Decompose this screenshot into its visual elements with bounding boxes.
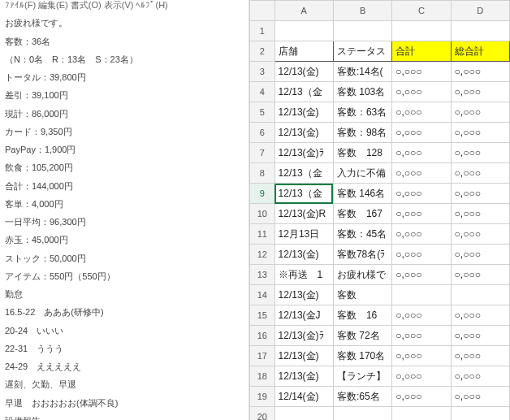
cell-D[interactable]: ○,○○○ xyxy=(451,387,509,407)
cell-A[interactable]: 12/14(金) xyxy=(274,387,333,407)
cell-C[interactable]: ○,○○○ xyxy=(392,163,451,184)
row-header[interactable]: 18 xyxy=(250,366,275,387)
cell-A[interactable]: ※再送 1 xyxy=(274,265,333,285)
row-header[interactable]: 20 xyxy=(250,407,275,421)
cell-D[interactable]: ○,○○○ xyxy=(451,62,509,82)
cell-D[interactable]: 総合計 xyxy=(451,41,509,62)
cell-B[interactable]: 客数:14名( xyxy=(333,62,391,82)
cell-B[interactable]: 客数 16 xyxy=(333,305,391,326)
row-header[interactable]: 9 xyxy=(250,184,275,204)
cell-A[interactable]: 12/13(金J xyxy=(274,305,333,326)
cell-A[interactable]: 12/13(金)ﾗ xyxy=(274,326,333,346)
cell-B[interactable]: 客数 72名 xyxy=(333,326,391,346)
cell-B[interactable]: 客数 146名 xyxy=(333,184,391,204)
row-header[interactable]: 6 xyxy=(250,123,275,143)
row-header[interactable]: 19 xyxy=(250,387,275,407)
cell-B[interactable]: 客数 xyxy=(333,285,391,305)
cell-C[interactable]: ○,○○○ xyxy=(392,245,451,265)
cell-B[interactable] xyxy=(333,407,391,421)
cell-C[interactable]: ○,○○○ xyxy=(392,143,451,163)
spreadsheet-grid[interactable]: A B C D 12店舗ステータス合計総合計312/13(金)客数:14名(○,… xyxy=(249,0,510,420)
cell-B[interactable]: 客数：63名 xyxy=(333,102,391,123)
col-header-A[interactable]: A xyxy=(274,1,333,21)
cell-D[interactable]: ○,○○○ xyxy=(451,326,509,346)
cell-D[interactable] xyxy=(451,21,509,41)
cell-D[interactable]: ○,○○○ xyxy=(451,245,509,265)
cell-C[interactable]: ○,○○○ xyxy=(392,62,451,82)
cell-D[interactable]: ○,○○○ xyxy=(451,265,509,285)
cell-B[interactable]: 入力に不備 xyxy=(333,163,391,184)
row-header[interactable]: 5 xyxy=(250,102,275,123)
cell-C[interactable]: ○,○○○ xyxy=(392,305,451,326)
cell-C[interactable] xyxy=(392,285,451,305)
cell-B[interactable]: 客数 167 xyxy=(333,204,391,224)
row-header[interactable]: 15 xyxy=(250,305,275,326)
cell-C[interactable]: ○,○○○ xyxy=(392,326,451,346)
cell-B[interactable]: 客数：98名 xyxy=(333,123,391,143)
cell-A[interactable]: 12/13（金 xyxy=(274,82,333,102)
col-header-B[interactable]: B xyxy=(333,1,391,21)
cell-A[interactable]: 店舗 xyxy=(274,41,333,62)
row-header[interactable]: 14 xyxy=(250,285,275,305)
cell-A[interactable]: 12/13(金) xyxy=(274,62,333,82)
cell-B[interactable]: 客数:65名 xyxy=(333,387,391,407)
row-header[interactable]: 17 xyxy=(250,346,275,366)
col-header-D[interactable]: D xyxy=(451,1,509,21)
cell-A[interactable]: 12/13(金) xyxy=(274,285,333,305)
cell-C[interactable] xyxy=(392,407,451,421)
cell-C[interactable]: ○,○○○ xyxy=(392,204,451,224)
cell-C[interactable]: ○,○○○ xyxy=(392,102,451,123)
cell-C[interactable]: ○,○○○ xyxy=(392,123,451,143)
cell-D[interactable]: ○,○○○ xyxy=(451,366,509,387)
row-header[interactable]: 11 xyxy=(250,224,275,245)
cell-C[interactable]: ○,○○○ xyxy=(392,387,451,407)
cell-D[interactable] xyxy=(451,407,509,421)
cell-A[interactable]: 12/13（金 xyxy=(274,184,333,204)
cell-D[interactable]: ○,○○○ xyxy=(451,123,509,143)
row-header[interactable]: 10 xyxy=(250,204,275,224)
cell-A[interactable] xyxy=(274,21,333,41)
cell-A[interactable]: 12/13(金) xyxy=(274,366,333,387)
cell-D[interactable]: ○,○○○ xyxy=(451,143,509,163)
cell-C[interactable]: 合計 xyxy=(392,41,451,62)
col-header-C[interactable]: C xyxy=(392,1,451,21)
cell-A[interactable]: 12/13（金 xyxy=(274,163,333,184)
select-all-corner[interactable] xyxy=(250,1,275,21)
cell-B[interactable]: ステータス xyxy=(333,41,391,62)
cell-B[interactable]: 客数 128 xyxy=(333,143,391,163)
cell-D[interactable] xyxy=(451,285,509,305)
cell-A[interactable]: 12/13(金) xyxy=(274,102,333,123)
cell-D[interactable]: ○,○○○ xyxy=(451,163,509,184)
row-header[interactable]: 12 xyxy=(250,245,275,265)
row-header[interactable]: 4 xyxy=(250,82,275,102)
row-header[interactable]: 13 xyxy=(250,265,275,285)
cell-A[interactable]: 12/13(金) xyxy=(274,245,333,265)
cell-A[interactable]: 12/13(金) xyxy=(274,123,333,143)
cell-C[interactable]: ○,○○○ xyxy=(392,184,451,204)
cell-A[interactable]: 12/13(金)R xyxy=(274,204,333,224)
row-header[interactable]: 7 xyxy=(250,143,275,163)
cell-B[interactable]: 客数 103名 xyxy=(333,82,391,102)
cell-B[interactable]: 【ランチ】 xyxy=(333,366,391,387)
cell-C[interactable]: ○,○○○ xyxy=(392,82,451,102)
cell-A[interactable] xyxy=(274,407,333,421)
cell-B[interactable]: 客数78名(ﾗ xyxy=(333,245,391,265)
cell-D[interactable]: ○,○○○ xyxy=(451,204,509,224)
cell-B[interactable] xyxy=(333,21,391,41)
cell-D[interactable]: ○,○○○ xyxy=(451,305,509,326)
cell-B[interactable]: 客数：45名 xyxy=(333,224,391,245)
cell-A[interactable]: 12/13(金)ﾗ xyxy=(274,143,333,163)
cell-C[interactable] xyxy=(392,21,451,41)
cell-D[interactable]: ○,○○○ xyxy=(451,184,509,204)
cell-C[interactable]: ○,○○○ xyxy=(392,366,451,387)
row-header[interactable]: 2 xyxy=(250,41,275,62)
cell-C[interactable]: ○,○○○ xyxy=(392,265,451,285)
cell-C[interactable]: ○,○○○ xyxy=(392,346,451,366)
cell-D[interactable]: ○,○○○ xyxy=(451,82,509,102)
cell-A[interactable]: 12月13日 xyxy=(274,224,333,245)
row-header[interactable]: 16 xyxy=(250,326,275,346)
cell-D[interactable]: ○,○○○ xyxy=(451,346,509,366)
row-header[interactable]: 8 xyxy=(250,163,275,184)
cell-D[interactable]: ○,○○○ xyxy=(451,102,509,123)
cell-B[interactable]: 客数 170名 xyxy=(333,346,391,366)
